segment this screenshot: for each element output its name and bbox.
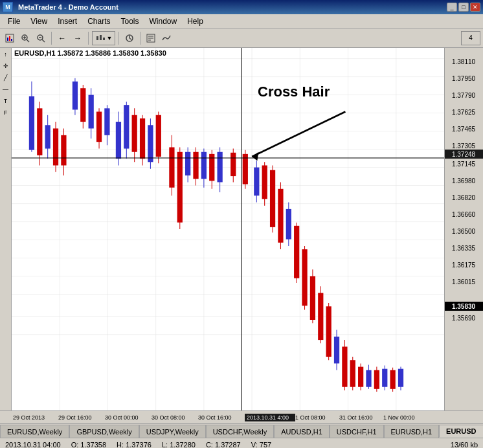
menu-insert[interactable]: Insert (52, 16, 82, 27)
toolbar-new-chart[interactable] (3, 31, 17, 45)
svg-rect-53 (53, 128, 58, 165)
minimize-button[interactable]: _ (447, 3, 457, 12)
svg-line-5 (27, 39, 29, 42)
svg-rect-79 (169, 147, 174, 187)
price-level-12: 1.36335 (444, 243, 483, 252)
title-text: MetaTrader 4 - Demo Account (18, 3, 118, 11)
left-tb-fib[interactable]: F (1, 107, 11, 118)
time-label-6: 1 Oct 08:00 (295, 414, 339, 421)
svg-line-136 (252, 112, 345, 157)
menu-file[interactable]: File (3, 16, 25, 27)
svg-rect-47 (29, 96, 34, 150)
price-level-5: 1.37465 (444, 124, 483, 133)
price-level-15: 1.35690 (444, 313, 483, 322)
svg-rect-121 (350, 360, 355, 386)
toolbar-right-panel: 4 (461, 31, 480, 45)
time-label-3: 30 Oct 00:00 (105, 414, 152, 421)
left-tb-crosshair[interactable]: ✛ (1, 61, 11, 71)
svg-rect-77 (156, 115, 161, 157)
svg-rect-57 (73, 82, 78, 110)
tab-audusd-h1[interactable]: AUDUSD,H1 (274, 425, 330, 438)
svg-rect-13 (103, 38, 105, 40)
status-low: L: 1.37280 (162, 441, 196, 449)
svg-rect-113 (318, 293, 323, 341)
svg-rect-67 (116, 122, 121, 159)
toolbar-scroll-right[interactable]: → (71, 31, 85, 45)
left-tb-line[interactable]: ╱ (1, 73, 11, 83)
chart-svg (12, 48, 444, 410)
svg-rect-65 (104, 108, 109, 135)
chart-header-info: EURUSD,H1 1.35872 1.35886 1.35830 1.3583… (14, 49, 166, 57)
menu-window[interactable]: Window (144, 16, 183, 27)
svg-rect-61 (89, 95, 94, 129)
toolbar-scroll-left[interactable]: ← (55, 31, 69, 45)
tab-eurusd-active[interactable]: EURUSD (439, 425, 483, 438)
toolbar-separator-1 (51, 32, 52, 45)
close-button[interactable]: ✕ (470, 3, 480, 12)
toolbar-zoom-out[interactable] (34, 31, 48, 45)
svg-rect-111 (310, 276, 315, 320)
toolbar-zoom-in[interactable] (18, 31, 32, 45)
svg-rect-49 (37, 108, 42, 155)
svg-rect-69 (124, 105, 129, 148)
chart-area[interactable]: EURUSD,H1 1.35872 1.35886 1.35830 1.3583… (12, 48, 444, 410)
svg-rect-107 (294, 226, 299, 278)
tab-usdchf-weekly[interactable]: USDCHF,Weekly (206, 425, 275, 438)
tab-usdchf-h1[interactable]: USDCHF,H1 (330, 425, 384, 438)
svg-line-9 (42, 39, 45, 42)
status-datetime: 2013.10.31 04:00 (5, 441, 61, 449)
status-close: C: 1.37287 (206, 441, 241, 449)
menu-help[interactable]: Help (182, 16, 208, 27)
svg-rect-71 (132, 115, 137, 152)
chart-container: ↑ ✛ ╱ — T F EURUSD,H1 1.35872 1.35886 1.… (0, 48, 483, 410)
price-level-1: 1.38110 (444, 57, 483, 66)
svg-rect-12 (100, 35, 102, 40)
status-bar: 2013.10.31 04:00 O: 1.37358 H: 1.37376 L… (0, 438, 483, 448)
left-tb-hline[interactable]: — (1, 84, 11, 95)
chart-time-axis: 29 Oct 2013 29 Oct 16:00 30 Oct 00:00 30… (0, 410, 483, 423)
svg-rect-131 (390, 370, 396, 389)
menu-view[interactable]: View (25, 16, 52, 27)
toolbar-period[interactable] (122, 31, 137, 45)
time-label-5: 30 Oct 16:00 (198, 414, 245, 421)
svg-rect-117 (334, 337, 339, 363)
maximize-button[interactable]: □ (458, 3, 469, 12)
toolbar: ← → ▼ 4 (0, 28, 483, 48)
crosshair-time-label: 2013.10.31 4:00 (245, 414, 295, 421)
menu-bar: File View Insert Charts Tools Window Hel… (0, 14, 483, 28)
title-bar: M MetaTrader 4 - Demo Account _ □ ✕ (0, 0, 483, 14)
toolbar-chart-type[interactable]: ▼ (92, 31, 115, 45)
menu-charts[interactable]: Charts (82, 16, 115, 27)
toolbar-panel-toggle[interactable]: 4 (461, 31, 480, 45)
tab-gbpusd-weekly[interactable]: GBPUSD,Weekly (69, 425, 139, 438)
chart-price-axis: 1.38110 1.37950 1.37790 1.37625 1.37465 … (444, 48, 483, 410)
svg-rect-125 (366, 370, 371, 387)
svg-marker-137 (252, 152, 258, 161)
svg-line-16 (129, 38, 131, 39)
svg-rect-59 (80, 88, 85, 122)
tab-usdjpy-weekly[interactable]: USDJPY,Weekly (139, 425, 206, 438)
time-label-4: 30 Oct 08:00 (152, 414, 198, 421)
crosshair-price-label: 1.37248 (444, 150, 483, 159)
status-volume: V: 757 (251, 441, 271, 449)
status-high: H: 1.37376 (117, 441, 152, 449)
svg-rect-109 (302, 249, 307, 306)
menu-tools[interactable]: Tools (116, 16, 144, 27)
svg-rect-129 (382, 369, 387, 387)
left-tb-arrow[interactable]: ↑ (1, 49, 11, 60)
toolbar-separator-2 (88, 32, 89, 45)
tab-eurusd-h1[interactable]: EURUSD,H1 (384, 425, 440, 438)
app-icon: M (3, 2, 13, 12)
left-tb-text[interactable]: T (1, 96, 11, 106)
time-label-8: 1 Nov 00:00 (383, 414, 422, 421)
price-level-7: 1.37145 (444, 159, 483, 168)
toolbar-indicator[interactable] (159, 31, 174, 45)
svg-rect-91 (218, 152, 223, 183)
svg-rect-55 (61, 135, 66, 166)
tab-eurusd-weekly[interactable]: EURUSD,Weekly (0, 425, 69, 438)
toolbar-template[interactable] (144, 31, 158, 45)
svg-rect-127 (374, 370, 379, 389)
price-level-14: 1.36015 (444, 277, 483, 286)
svg-rect-105 (286, 209, 291, 240)
price-level-3: 1.37790 (444, 91, 483, 100)
